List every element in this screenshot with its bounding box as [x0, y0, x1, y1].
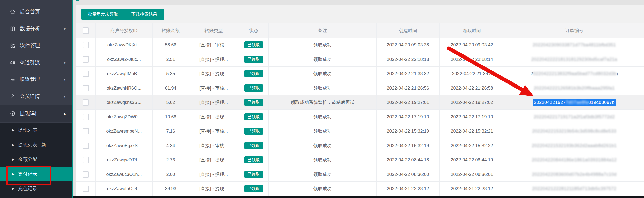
created-time-cell: 2022-04-22 21:26:56: [377, 81, 440, 95]
caret-right-icon: ▶: [12, 143, 14, 147]
status-badge: 已领取: [244, 156, 263, 163]
order-number-prefix: 202204221927: [534, 100, 566, 105]
column-header-amount: 转账金额: [153, 23, 189, 38]
censored-order-number: 202204212228121185d713db5c397572: [532, 186, 616, 191]
chevron-down-icon: ▼: [63, 61, 66, 65]
order-number-cell[interactable]: 202204221532193b362d2aaab8d261b1: [504, 138, 644, 153]
created-time-cell: 2022-04-22 15:32:19: [377, 124, 440, 138]
sidebar-item-withdraw[interactable]: 提现详情 ▲: [0, 105, 72, 122]
censored-order-number: 202204221532193b362d2aaab8d261b1: [532, 143, 617, 148]
order-number-cell[interactable]: 202204221927 7d07ae8fa 819cd8097b: [504, 95, 644, 109]
received-time-cell: 2022-04-22 08:36:01: [440, 167, 504, 181]
order-number-cell[interactable]: 202204221719171a2f1af3db3f5772d2: [504, 110, 644, 124]
sidebar-item-label: 联盟管理: [20, 76, 40, 83]
sidebar-item-home[interactable]: 后台首页: [0, 3, 72, 20]
status-badge: 已领取: [244, 171, 263, 178]
order-number-cell[interactable]: 20220422083600d07b2e4b4988a7c10d: [504, 167, 644, 181]
created-time-cell: 2022-04-22 21:38:32: [377, 67, 440, 81]
payment-records-table: 商户号授权ID 转账金额 转账类型 状态 备注 创建时间 领取时间 订单编号 o…: [76, 23, 644, 196]
sidebar-item-channel[interactable]: 渠道引流 ▼: [0, 54, 72, 71]
status-badge: 已领取: [244, 99, 263, 106]
submenu-item-balance-allocation[interactable]: ▶ 余额分配: [0, 152, 72, 167]
caret-right-icon: ▶: [12, 158, 14, 161]
submenu-item-withdraw-list-new[interactable]: ▶ 提现列表 - 新: [0, 137, 72, 152]
merchant-id-cell: okzZawofuOjj8...: [96, 182, 153, 196]
sidebar-item-software[interactable]: 软件管理: [0, 37, 72, 54]
created-time-cell: 2022-04-22 08:36:00: [377, 167, 440, 181]
received-time-cell: 2022-04-22 19:27:02: [440, 95, 504, 109]
row-checkbox[interactable]: [83, 143, 89, 149]
status-badge: 已领取: [244, 84, 263, 92]
status-badge: 已领取: [244, 128, 263, 135]
status-badge: 已领取: [244, 56, 263, 63]
censored-order-number: 2022042309033871d77ba4811bfbd351: [533, 42, 616, 48]
censored-order-number: 202204220844186e1861a03931884a12: [532, 157, 617, 163]
order-number-cell[interactable]: 202204222126581b3b20ffbaaa295fa1: [504, 81, 644, 95]
censored-order-number: 2022042222181318129230bd5caf7a21a: [531, 57, 617, 62]
row-checkbox[interactable]: [83, 56, 89, 63]
submenu-item-withdraw-list[interactable]: ▶ 提现列表: [0, 123, 72, 137]
selected-order-number[interactable]: 202204221927 7d07ae8fa 819cd8097b: [533, 99, 616, 106]
submenu-item-label: 提现列表: [18, 127, 37, 133]
received-time-cell: 2022-04-22 08:44:19: [440, 153, 504, 167]
order-number-cell[interactable]: 2022042222181318129230bd5caf7a21a: [504, 52, 644, 66]
row-checkbox[interactable]: [83, 85, 89, 91]
merchant-id-cell: okzZawqwfYPI...: [96, 153, 153, 167]
merchant-id-cell: okzZawuc3O1n...: [96, 167, 153, 181]
order-number-cell[interactable]: 202204212228121185d713db5c397572: [504, 182, 644, 196]
received-time-cell: 2022-04-22 17:19:13: [440, 110, 504, 124]
channel-icon: [9, 60, 16, 66]
column-header-order: 订单编号: [504, 23, 644, 38]
amount-cell: 5.35: [153, 67, 189, 81]
row-checkbox[interactable]: [83, 171, 89, 178]
batch-resend-button[interactable]: 批量重发未领取: [81, 9, 125, 20]
remark-cell: 领取成功系统繁忙，请稍后再试: [269, 95, 377, 109]
select-all-checkbox[interactable]: [83, 27, 89, 34]
remark-cell: 领取成功: [269, 110, 377, 124]
censored-order-number: 20220422153219b54c3d598c8cd8e533: [532, 129, 616, 134]
sidebar-item-alliance[interactable]: 联盟管理 ▼: [0, 71, 72, 88]
row-checkbox[interactable]: [83, 114, 89, 120]
remark-cell: 领取成功: [269, 167, 377, 181]
row-checkbox[interactable]: [83, 157, 89, 163]
status-badge: 已领取: [244, 113, 263, 120]
amount-cell: 2.00: [153, 167, 189, 181]
order-number-suffix: 819cd8097b: [588, 100, 615, 105]
submenu-item-label: 余额分配: [18, 156, 37, 163]
submenu-item-label: 提现列表 - 新: [18, 142, 46, 148]
column-header-status: 状态: [239, 23, 269, 38]
table-row: okzZawrsmbeN... 7.16 [直接] - 审核... 已领取 领取…: [76, 124, 644, 138]
status-badge: 已领取: [244, 185, 263, 192]
merchant-id-cell: okzZawqkhs3S...: [96, 95, 153, 109]
order-number-cell[interactable]: 2022042309033871d77ba4811bfbd351: [504, 38, 644, 52]
order-number-prefix: 2: [531, 71, 533, 76]
row-checkbox[interactable]: [83, 71, 89, 77]
column-header-type: 转账类型: [189, 23, 239, 38]
table-row-selected: okzZawqkhs3S... 5.62 [直接] - 提现... 已领取 领取…: [76, 95, 644, 110]
order-number-cell[interactable]: 20220422153219b54c3d598c8cd8e533: [504, 124, 644, 138]
status-badge: 已领取: [244, 142, 263, 149]
column-header-remark: 备注: [269, 23, 377, 38]
user-icon: [9, 93, 16, 99]
header-select-all-cell: [76, 23, 96, 38]
order-number-cell[interactable]: 202204220844186e1861a03931884a12: [504, 153, 644, 167]
created-time-cell: 2022-04-22 15:32:19: [377, 138, 440, 153]
book-icon: [9, 26, 16, 32]
bottom-scroll-bar[interactable]: [73, 196, 644, 198]
amount-cell: 7.16: [153, 124, 189, 138]
amount-cell: 2.76: [153, 153, 189, 167]
sidebar-item-member[interactable]: 会员详情 ▼: [0, 88, 72, 105]
table-row: okzZawqZDW0... 13.68 [直接] - 提现... 已领取 领取…: [76, 110, 644, 124]
row-checkbox[interactable]: [83, 42, 89, 48]
caret-right-icon: ▶: [12, 187, 14, 190]
remark-cell: 领取成功: [269, 153, 377, 167]
sidebar-item-data-analysis[interactable]: 数据分析 ▼: [0, 20, 72, 37]
type-cell: [直接] - 审核...: [189, 138, 239, 153]
order-number-cell[interactable]: 20220422213832f9aa5bad77cd8032d3b): [504, 67, 644, 81]
created-time-cell: 2022-04-22 19:27:01: [377, 95, 440, 109]
order-number-suffix: ): [616, 71, 618, 76]
row-checkbox[interactable]: [83, 186, 89, 192]
row-checkbox[interactable]: [83, 128, 89, 134]
row-checkbox[interactable]: [83, 99, 89, 106]
download-results-button[interactable]: 下载搜索结果: [125, 9, 164, 20]
